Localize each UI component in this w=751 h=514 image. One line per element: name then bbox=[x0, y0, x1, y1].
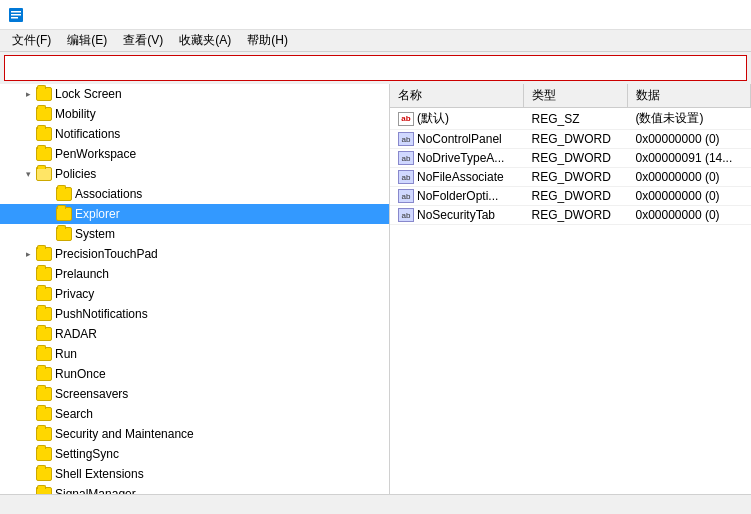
reg-name: NoDriveTypeA... bbox=[417, 151, 504, 165]
title-bar bbox=[0, 0, 751, 30]
item-label-notifications: Notifications bbox=[55, 127, 120, 141]
item-label-mobility: Mobility bbox=[55, 107, 96, 121]
tree-item-penworkspace[interactable]: ▸PenWorkspace bbox=[0, 144, 389, 164]
reg-data: 0x00000000 (0) bbox=[627, 130, 750, 149]
registry-row[interactable]: abNoSecurityTabREG_DWORD0x00000000 (0) bbox=[390, 206, 751, 225]
folder-icon-prelaunch bbox=[36, 267, 52, 281]
folder-icon-penworkspace bbox=[36, 147, 52, 161]
tree-item-privacy[interactable]: ▸Privacy bbox=[0, 284, 389, 304]
item-label-radar: RADAR bbox=[55, 327, 97, 341]
tree-item-runonce[interactable]: ▸RunOnce bbox=[0, 364, 389, 384]
reg-data: 0x00000000 (0) bbox=[627, 187, 750, 206]
status-bar bbox=[0, 494, 751, 514]
tree-item-screensavers[interactable]: ▸Screensavers bbox=[0, 384, 389, 404]
folder-icon-run bbox=[36, 347, 52, 361]
app-icon bbox=[8, 7, 24, 23]
left-panel: ▸Lock Screen▸Mobility▸Notifications▸PenW… bbox=[0, 84, 390, 494]
item-label-privacy: Privacy bbox=[55, 287, 94, 301]
reg-name: NoFolderOpti... bbox=[417, 189, 498, 203]
right-panel: 名称 类型 数据 ab(默认)REG_SZ(数值未设置)abNoControlP… bbox=[390, 84, 751, 494]
reg-data: 0x00000000 (0) bbox=[627, 206, 750, 225]
reg-data: (数值未设置) bbox=[627, 108, 750, 130]
menu-item-h[interactable]: 帮助(H) bbox=[239, 30, 296, 51]
tree-item-explorer[interactable]: ▸Explorer bbox=[0, 204, 389, 224]
registry-row[interactable]: abNoFolderOpti...REG_DWORD0x00000000 (0) bbox=[390, 187, 751, 206]
tree-item-notifications[interactable]: ▸Notifications bbox=[0, 124, 389, 144]
tree-item-policies[interactable]: ▾Policies bbox=[0, 164, 389, 184]
tree-item-run[interactable]: ▸Run bbox=[0, 344, 389, 364]
menu-item-e[interactable]: 编辑(E) bbox=[59, 30, 115, 51]
svg-rect-2 bbox=[11, 14, 21, 16]
folder-icon-shellextensions bbox=[36, 467, 52, 481]
reg-data: 0x00000091 (14... bbox=[627, 149, 750, 168]
reg-type: REG_DWORD bbox=[523, 168, 627, 187]
tree-item-prelaunch[interactable]: ▸Prelaunch bbox=[0, 264, 389, 284]
item-label-signalmanager: SignalManager bbox=[55, 487, 136, 494]
item-label-penworkspace: PenWorkspace bbox=[55, 147, 136, 161]
tree-item-associations[interactable]: ▸Associations bbox=[0, 184, 389, 204]
reg-type: REG_DWORD bbox=[523, 149, 627, 168]
folder-icon-settingsync bbox=[36, 447, 52, 461]
registry-table: 名称 类型 数据 ab(默认)REG_SZ(数值未设置)abNoControlP… bbox=[390, 84, 751, 225]
folder-icon-runonce bbox=[36, 367, 52, 381]
svg-rect-1 bbox=[11, 11, 21, 13]
tree-item-shellextensions[interactable]: ▸Shell Extensions bbox=[0, 464, 389, 484]
tree-item-signalmanager[interactable]: ▸SignalManager bbox=[0, 484, 389, 494]
registry-row[interactable]: ab(默认)REG_SZ(数值未设置) bbox=[390, 108, 751, 130]
reg-icon-dword: ab bbox=[398, 151, 414, 165]
tree-item-security[interactable]: ▸Security and Maintenance bbox=[0, 424, 389, 444]
col-type[interactable]: 类型 bbox=[523, 84, 627, 108]
tree-item-pushnotifications[interactable]: ▸PushNotifications bbox=[0, 304, 389, 324]
menu-item-f[interactable]: 文件(F) bbox=[4, 30, 59, 51]
col-data[interactable]: 数据 bbox=[627, 84, 750, 108]
reg-icon-ab: ab bbox=[398, 112, 414, 126]
tree-item-search[interactable]: ▸Search bbox=[0, 404, 389, 424]
menu-item-v[interactable]: 查看(V) bbox=[115, 30, 171, 51]
registry-row[interactable]: abNoFileAssociateREG_DWORD0x00000000 (0) bbox=[390, 168, 751, 187]
folder-icon-screensavers bbox=[36, 387, 52, 401]
col-name[interactable]: 名称 bbox=[390, 84, 523, 108]
address-bar[interactable] bbox=[4, 55, 747, 81]
folder-icon-search bbox=[36, 407, 52, 421]
folder-icon-lock-screen bbox=[36, 87, 52, 101]
reg-name: (默认) bbox=[417, 110, 449, 127]
reg-name: NoControlPanel bbox=[417, 132, 502, 146]
menu-item-a[interactable]: 收藏夹(A) bbox=[171, 30, 239, 51]
registry-row[interactable]: abNoControlPanelREG_DWORD0x00000000 (0) bbox=[390, 130, 751, 149]
item-label-precisiontouchpad: PrecisionTouchPad bbox=[55, 247, 158, 261]
window-controls bbox=[605, 0, 743, 30]
reg-type: REG_DWORD bbox=[523, 206, 627, 225]
reg-data: 0x00000000 (0) bbox=[627, 168, 750, 187]
folder-icon-policies bbox=[36, 167, 52, 181]
expander-lock-screen[interactable]: ▸ bbox=[20, 86, 36, 102]
maximize-button[interactable] bbox=[651, 0, 697, 30]
tree-item-precisiontouchpad[interactable]: ▸PrecisionTouchPad bbox=[0, 244, 389, 264]
tree-item-system[interactable]: ▸System bbox=[0, 224, 389, 244]
item-label-run: Run bbox=[55, 347, 77, 361]
reg-icon-dword: ab bbox=[398, 170, 414, 184]
tree-item-settingsync[interactable]: ▸SettingSync bbox=[0, 444, 389, 464]
title-bar-left bbox=[8, 7, 30, 23]
svg-rect-3 bbox=[11, 17, 18, 19]
registry-row[interactable]: abNoDriveTypeA...REG_DWORD0x00000091 (14… bbox=[390, 149, 751, 168]
item-label-search: Search bbox=[55, 407, 93, 421]
minimize-button[interactable] bbox=[605, 0, 651, 30]
tree-item-mobility[interactable]: ▸Mobility bbox=[0, 104, 389, 124]
expander-policies[interactable]: ▾ bbox=[20, 166, 36, 182]
folder-icon-privacy bbox=[36, 287, 52, 301]
tree-item-lock-screen[interactable]: ▸Lock Screen bbox=[0, 84, 389, 104]
reg-icon-dword: ab bbox=[398, 208, 414, 222]
item-label-shellextensions: Shell Extensions bbox=[55, 467, 144, 481]
main-content: ▸Lock Screen▸Mobility▸Notifications▸PenW… bbox=[0, 84, 751, 494]
menu-bar: 文件(F)编辑(E)查看(V)收藏夹(A)帮助(H) bbox=[0, 30, 751, 52]
expander-precisiontouchpad[interactable]: ▸ bbox=[20, 246, 36, 262]
item-label-pushnotifications: PushNotifications bbox=[55, 307, 148, 321]
reg-type: REG_SZ bbox=[523, 108, 627, 130]
reg-icon-dword: ab bbox=[398, 132, 414, 146]
reg-type: REG_DWORD bbox=[523, 130, 627, 149]
folder-icon-explorer bbox=[56, 207, 72, 221]
close-button[interactable] bbox=[697, 0, 743, 30]
reg-icon-dword: ab bbox=[398, 189, 414, 203]
tree-item-radar[interactable]: ▸RADAR bbox=[0, 324, 389, 344]
folder-icon-system bbox=[56, 227, 72, 241]
